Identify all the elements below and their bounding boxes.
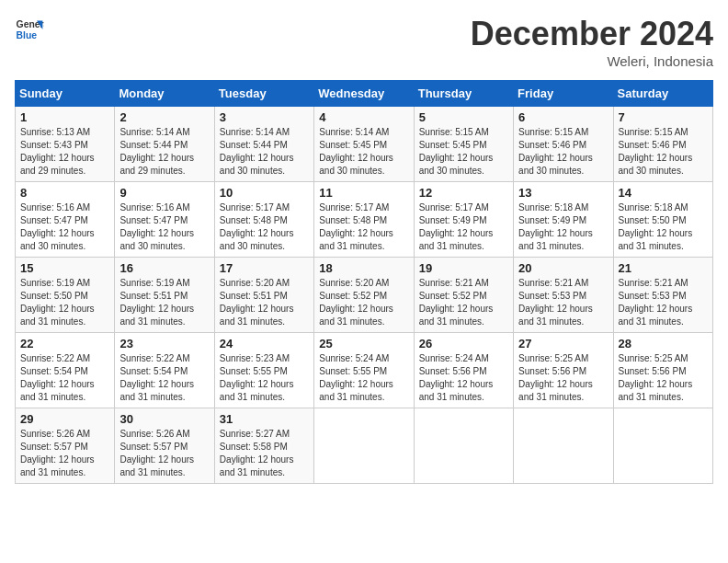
day-number: 30 bbox=[119, 412, 209, 426]
day-info: Sunrise: 5:20 AM Sunset: 5:51 PM Dayligh… bbox=[220, 277, 309, 328]
day-info: Sunrise: 5:24 AM Sunset: 5:56 PM Dayligh… bbox=[419, 352, 508, 404]
calendar-week-3: 15 Sunrise: 5:19 AM Sunset: 5:50 PM Dayl… bbox=[16, 258, 713, 333]
day-info: Sunrise: 5:17 AM Sunset: 5:48 PM Dayligh… bbox=[319, 201, 408, 253]
day-info: Sunrise: 5:16 AM Sunset: 5:47 PM Dayligh… bbox=[119, 201, 209, 253]
day-number: 20 bbox=[518, 261, 608, 275]
day-info: Sunrise: 5:19 AM Sunset: 5:50 PM Dayligh… bbox=[20, 277, 109, 328]
day-number: 2 bbox=[119, 110, 209, 124]
day-number: 11 bbox=[319, 186, 408, 200]
day-info: Sunrise: 5:22 AM Sunset: 5:54 PM Dayligh… bbox=[119, 352, 209, 404]
calendar-cell: 15 Sunrise: 5:19 AM Sunset: 5:50 PM Dayl… bbox=[16, 258, 115, 333]
day-number: 21 bbox=[619, 261, 708, 275]
day-info: Sunrise: 5:26 AM Sunset: 5:57 PM Dayligh… bbox=[119, 428, 209, 479]
calendar-table: Sunday Monday Tuesday Wednesday Thursday… bbox=[15, 80, 713, 484]
calendar-cell: 24 Sunrise: 5:23 AM Sunset: 5:55 PM Dayl… bbox=[214, 333, 313, 408]
calendar-cell: 20 Sunrise: 5:21 AM Sunset: 5:53 PM Dayl… bbox=[514, 258, 613, 333]
day-info: Sunrise: 5:16 AM Sunset: 5:47 PM Dayligh… bbox=[20, 201, 109, 253]
day-info: Sunrise: 5:14 AM Sunset: 5:45 PM Dayligh… bbox=[319, 126, 408, 178]
day-number: 17 bbox=[220, 261, 309, 275]
page-header: General Blue December 2024 Weleri, Indon… bbox=[15, 15, 713, 69]
calendar-week-2: 8 Sunrise: 5:16 AM Sunset: 5:47 PM Dayli… bbox=[16, 182, 713, 258]
calendar-cell: 6 Sunrise: 5:15 AM Sunset: 5:46 PM Dayli… bbox=[514, 107, 613, 182]
day-number: 1 bbox=[20, 110, 109, 124]
day-number: 23 bbox=[119, 337, 209, 350]
day-number: 31 bbox=[220, 412, 309, 426]
header-wednesday: Wednesday bbox=[314, 81, 414, 107]
calendar-cell: 31 Sunrise: 5:27 AM Sunset: 5:58 PM Dayl… bbox=[214, 408, 313, 484]
calendar-cell: 13 Sunrise: 5:18 AM Sunset: 5:49 PM Dayl… bbox=[514, 182, 613, 258]
calendar-cell bbox=[314, 408, 414, 484]
day-info: Sunrise: 5:25 AM Sunset: 5:56 PM Dayligh… bbox=[619, 352, 708, 404]
header-sunday: Sunday bbox=[16, 81, 115, 107]
calendar-cell: 17 Sunrise: 5:20 AM Sunset: 5:51 PM Dayl… bbox=[214, 258, 313, 333]
logo: General Blue bbox=[15, 15, 44, 44]
title-area: December 2024 Weleri, Indonesia bbox=[471, 15, 713, 69]
calendar-cell: 18 Sunrise: 5:20 AM Sunset: 5:52 PM Dayl… bbox=[314, 258, 414, 333]
header-monday: Monday bbox=[115, 81, 214, 107]
day-info: Sunrise: 5:18 AM Sunset: 5:50 PM Dayligh… bbox=[619, 201, 708, 253]
calendar-cell: 4 Sunrise: 5:14 AM Sunset: 5:45 PM Dayli… bbox=[314, 107, 414, 182]
day-info: Sunrise: 5:21 AM Sunset: 5:52 PM Dayligh… bbox=[419, 277, 508, 328]
day-info: Sunrise: 5:21 AM Sunset: 5:53 PM Dayligh… bbox=[518, 277, 608, 328]
calendar-cell: 8 Sunrise: 5:16 AM Sunset: 5:47 PM Dayli… bbox=[16, 182, 115, 258]
calendar-cell: 21 Sunrise: 5:21 AM Sunset: 5:53 PM Dayl… bbox=[613, 258, 712, 333]
calendar-title: December 2024 bbox=[471, 15, 713, 53]
day-info: Sunrise: 5:14 AM Sunset: 5:44 PM Dayligh… bbox=[119, 126, 209, 178]
day-number: 14 bbox=[619, 186, 708, 200]
day-info: Sunrise: 5:19 AM Sunset: 5:51 PM Dayligh… bbox=[119, 277, 209, 328]
calendar-cell: 19 Sunrise: 5:21 AM Sunset: 5:52 PM Dayl… bbox=[414, 258, 513, 333]
day-number: 6 bbox=[518, 110, 608, 124]
day-number: 7 bbox=[619, 110, 708, 124]
day-number: 28 bbox=[619, 337, 708, 350]
calendar-week-1: 1 Sunrise: 5:13 AM Sunset: 5:43 PM Dayli… bbox=[16, 107, 713, 182]
calendar-cell: 3 Sunrise: 5:14 AM Sunset: 5:44 PM Dayli… bbox=[214, 107, 313, 182]
day-number: 15 bbox=[20, 261, 109, 275]
day-info: Sunrise: 5:25 AM Sunset: 5:56 PM Dayligh… bbox=[518, 352, 608, 404]
calendar-cell: 9 Sunrise: 5:16 AM Sunset: 5:47 PM Dayli… bbox=[115, 182, 214, 258]
calendar-cell bbox=[514, 408, 613, 484]
day-number: 12 bbox=[419, 186, 508, 200]
calendar-cell: 12 Sunrise: 5:17 AM Sunset: 5:49 PM Dayl… bbox=[414, 182, 513, 258]
day-info: Sunrise: 5:24 AM Sunset: 5:55 PM Dayligh… bbox=[319, 352, 408, 404]
day-number: 19 bbox=[419, 261, 508, 275]
calendar-week-4: 22 Sunrise: 5:22 AM Sunset: 5:54 PM Dayl… bbox=[16, 333, 713, 408]
calendar-week-5: 29 Sunrise: 5:26 AM Sunset: 5:57 PM Dayl… bbox=[16, 408, 713, 484]
day-info: Sunrise: 5:26 AM Sunset: 5:57 PM Dayligh… bbox=[20, 428, 109, 479]
calendar-subtitle: Weleri, Indonesia bbox=[471, 53, 713, 69]
calendar-cell: 7 Sunrise: 5:15 AM Sunset: 5:46 PM Dayli… bbox=[613, 107, 712, 182]
day-number: 25 bbox=[319, 337, 408, 350]
calendar-cell: 14 Sunrise: 5:18 AM Sunset: 5:50 PM Dayl… bbox=[613, 182, 712, 258]
day-number: 16 bbox=[119, 261, 209, 275]
day-info: Sunrise: 5:21 AM Sunset: 5:53 PM Dayligh… bbox=[619, 277, 708, 328]
day-info: Sunrise: 5:23 AM Sunset: 5:55 PM Dayligh… bbox=[220, 352, 309, 404]
day-info: Sunrise: 5:22 AM Sunset: 5:54 PM Dayligh… bbox=[20, 352, 109, 404]
calendar-cell: 22 Sunrise: 5:22 AM Sunset: 5:54 PM Dayl… bbox=[16, 333, 115, 408]
calendar-body: 1 Sunrise: 5:13 AM Sunset: 5:43 PM Dayli… bbox=[16, 107, 713, 484]
day-info: Sunrise: 5:17 AM Sunset: 5:48 PM Dayligh… bbox=[220, 201, 309, 253]
day-info: Sunrise: 5:18 AM Sunset: 5:49 PM Dayligh… bbox=[518, 201, 608, 253]
day-info: Sunrise: 5:15 AM Sunset: 5:46 PM Dayligh… bbox=[619, 126, 708, 178]
calendar-cell: 25 Sunrise: 5:24 AM Sunset: 5:55 PM Dayl… bbox=[314, 333, 414, 408]
day-info: Sunrise: 5:15 AM Sunset: 5:45 PM Dayligh… bbox=[419, 126, 508, 178]
day-info: Sunrise: 5:27 AM Sunset: 5:58 PM Dayligh… bbox=[220, 428, 309, 479]
svg-text:Blue: Blue bbox=[17, 30, 38, 40]
day-number: 10 bbox=[220, 186, 309, 200]
day-number: 9 bbox=[119, 186, 209, 200]
header-row: Sunday Monday Tuesday Wednesday Thursday… bbox=[16, 81, 713, 107]
day-info: Sunrise: 5:13 AM Sunset: 5:43 PM Dayligh… bbox=[20, 126, 109, 178]
calendar-cell: 30 Sunrise: 5:26 AM Sunset: 5:57 PM Dayl… bbox=[115, 408, 214, 484]
calendar-cell: 10 Sunrise: 5:17 AM Sunset: 5:48 PM Dayl… bbox=[214, 182, 313, 258]
day-info: Sunrise: 5:20 AM Sunset: 5:52 PM Dayligh… bbox=[319, 277, 408, 328]
calendar-cell bbox=[414, 408, 513, 484]
calendar-cell: 29 Sunrise: 5:26 AM Sunset: 5:57 PM Dayl… bbox=[16, 408, 115, 484]
day-number: 18 bbox=[319, 261, 408, 275]
day-info: Sunrise: 5:14 AM Sunset: 5:44 PM Dayligh… bbox=[220, 126, 309, 178]
header-saturday: Saturday bbox=[613, 81, 712, 107]
day-number: 27 bbox=[518, 337, 608, 350]
day-number: 26 bbox=[419, 337, 508, 350]
calendar-cell: 1 Sunrise: 5:13 AM Sunset: 5:43 PM Dayli… bbox=[16, 107, 115, 182]
logo-icon: General Blue bbox=[15, 15, 44, 44]
day-info: Sunrise: 5:15 AM Sunset: 5:46 PM Dayligh… bbox=[518, 126, 608, 178]
day-number: 24 bbox=[220, 337, 309, 350]
calendar-cell: 26 Sunrise: 5:24 AM Sunset: 5:56 PM Dayl… bbox=[414, 333, 513, 408]
